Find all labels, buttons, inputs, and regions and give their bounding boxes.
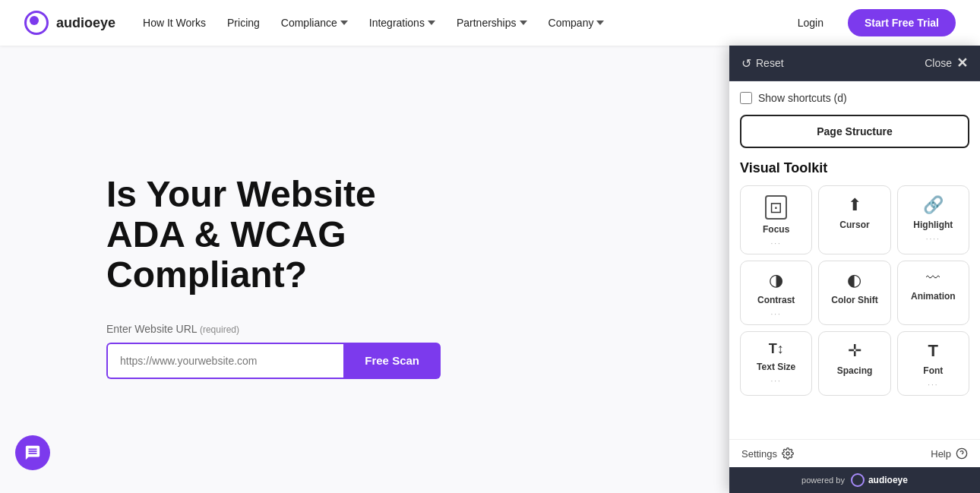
visual-toolkit-title: Visual Toolkit xyxy=(740,160,969,176)
brand-name: audioeye xyxy=(868,475,908,485)
main-area: Is Your Website ADA & WCAG Compliant? En… xyxy=(0,46,980,493)
panel-footer: Settings Help xyxy=(729,439,980,467)
focus-icon: ⊡ xyxy=(765,195,787,220)
textsize-icon: T↕ xyxy=(769,341,784,357)
toolkit-focus[interactable]: ⊡ Focus ··· xyxy=(740,185,812,254)
branding-logo: audioeye xyxy=(851,473,908,487)
colorshift-icon: ◐ xyxy=(847,270,861,290)
shortcuts-row: Show shortcuts (d) xyxy=(740,92,969,104)
shortcuts-label: Show shortcuts (d) xyxy=(758,92,847,104)
nav-company[interactable]: Company xyxy=(548,17,605,29)
panel-header: ↺ Reset Close ✕ xyxy=(729,46,980,81)
nav-how-it-works[interactable]: How It Works xyxy=(143,17,206,29)
toolkit-colorshift[interactable]: ◐ Color Shift xyxy=(818,261,890,325)
nav-links: How It Works Pricing Compliance Integrat… xyxy=(143,17,604,29)
page-structure-button[interactable]: Page Structure xyxy=(740,115,969,148)
url-input[interactable] xyxy=(106,343,343,379)
help-link[interactable]: Help xyxy=(931,447,968,460)
toolkit-highlight[interactable]: 🔗 Highlight ···· xyxy=(897,185,969,254)
login-button[interactable]: Login xyxy=(786,11,836,35)
scan-button[interactable]: Free Scan xyxy=(343,343,441,379)
logo-icon xyxy=(24,11,49,35)
toolkit-font[interactable]: T Font ··· xyxy=(897,331,969,396)
hero-form: Free Scan xyxy=(106,343,441,379)
toolkit-grid: ⊡ Focus ··· ⬆ Cursor 🔗 Highlight ···· ◑ xyxy=(740,185,969,396)
animation-icon: 〰 xyxy=(926,270,940,286)
navbar-right: Login Start Free Trial xyxy=(786,9,956,36)
svg-point-0 xyxy=(786,452,789,455)
brand-logo-icon xyxy=(851,473,865,487)
toolkit-animation[interactable]: 〰 Animation xyxy=(897,261,969,325)
nav-compliance[interactable]: Compliance xyxy=(281,17,348,29)
font-icon: T xyxy=(928,341,938,361)
toolkit-cursor[interactable]: ⬆ Cursor xyxy=(818,185,890,254)
toolkit-textsize[interactable]: T↕ Text Size ··· xyxy=(740,331,812,396)
navbar: audioeye How It Works Pricing Compliance… xyxy=(0,0,980,46)
hero-section: Is Your Website ADA & WCAG Compliant? En… xyxy=(0,46,737,493)
hero-title: Is Your Website ADA & WCAG Compliant? xyxy=(106,175,425,295)
cursor-icon: ⬆ xyxy=(848,195,861,215)
settings-icon xyxy=(782,447,794,460)
help-icon xyxy=(956,447,968,460)
powered-by-text: powered by xyxy=(801,476,845,485)
close-button[interactable]: Close ✕ xyxy=(925,55,968,71)
accessibility-panel: ↺ Reset Close ✕ Show shortcuts (d) Page … xyxy=(729,46,980,493)
navbar-left: audioeye How It Works Pricing Compliance… xyxy=(24,11,604,35)
nav-pricing[interactable]: Pricing xyxy=(227,17,260,29)
panel-body: Show shortcuts (d) Page Structure Visual… xyxy=(729,81,980,439)
settings-link[interactable]: Settings xyxy=(741,447,794,460)
trial-button[interactable]: Start Free Trial xyxy=(848,9,956,36)
spacing-icon: ✛ xyxy=(848,341,861,361)
hero-label: Enter Website URL (required) xyxy=(106,323,691,335)
reset-icon: ↺ xyxy=(741,56,751,71)
shortcuts-checkbox[interactable] xyxy=(740,92,752,104)
logo-text: audioeye xyxy=(56,15,115,31)
reset-button[interactable]: ↺ Reset xyxy=(741,56,784,71)
logo[interactable]: audioeye xyxy=(24,11,115,35)
nav-partnerships[interactable]: Partnerships xyxy=(457,17,527,29)
close-icon: ✕ xyxy=(956,55,968,71)
chat-button[interactable] xyxy=(15,435,50,470)
required-text: (required) xyxy=(200,324,239,335)
toolkit-spacing[interactable]: ✛ Spacing xyxy=(818,331,890,396)
contrast-icon: ◑ xyxy=(769,270,783,290)
highlight-icon: 🔗 xyxy=(923,195,944,215)
panel-branding: powered by audioeye xyxy=(729,467,980,493)
nav-integrations[interactable]: Integrations xyxy=(369,17,435,29)
toolkit-contrast[interactable]: ◑ Contrast ··· xyxy=(740,261,812,325)
